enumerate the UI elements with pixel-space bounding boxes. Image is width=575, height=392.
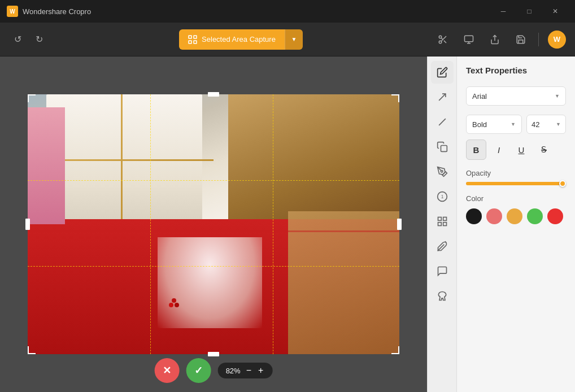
speech-bubble-icon	[437, 265, 448, 277]
color-swatch-red[interactable]	[547, 208, 563, 224]
tool-lasso[interactable]	[431, 285, 454, 307]
tool-line[interactable]	[431, 111, 454, 133]
tool-arrow[interactable]	[431, 86, 454, 108]
lasso-tool-icon	[437, 290, 448, 302]
tool-numbered[interactable]: 1	[431, 185, 454, 208]
svg-rect-3	[194, 41, 197, 43]
toolbar-left: ↺ ↻	[9, 31, 47, 48]
color-swatch-black[interactable]	[466, 208, 482, 224]
app-title: Wondershare Cropro	[23, 7, 91, 16]
scissors-icon	[438, 34, 448, 45]
svg-line-13	[439, 94, 446, 101]
color-label: Color	[466, 194, 566, 203]
format-strikethrough-button[interactable]: S̶	[534, 140, 554, 160]
svg-line-8	[441, 38, 443, 40]
confirm-button[interactable]: ✓	[186, 358, 211, 383]
svg-point-5	[439, 41, 442, 43]
copy-tool-icon	[437, 141, 448, 153]
color-picker-icon	[437, 241, 448, 252]
color-swatch-pink[interactable]	[486, 208, 502, 224]
toolbar-divider	[538, 33, 539, 46]
window-controls: ─ □ ✕	[490, 0, 568, 23]
svg-rect-22	[438, 223, 441, 226]
zoom-in-button[interactable]: +	[257, 366, 264, 375]
font-family-section: Arial ▼	[466, 86, 566, 106]
save-button[interactable]	[512, 31, 529, 48]
font-family-dropdown[interactable]: Arial ▼	[466, 86, 566, 106]
scissors-button[interactable]	[434, 31, 451, 48]
title-bar: W Wondershare Cropro ─ □ ✕	[0, 0, 575, 23]
maximize-button[interactable]: □	[516, 0, 542, 23]
zoom-control: 82% − +	[218, 363, 273, 378]
capture-button-main[interactable]: Selected Area Capture	[179, 35, 285, 44]
toolbar-right: W	[434, 31, 566, 49]
avatar[interactable]: W	[548, 31, 566, 49]
capture-dropdown-arrow[interactable]: ▼	[285, 29, 303, 50]
main-content: ✕ ✓ 82% − +	[0, 56, 575, 392]
svg-rect-21	[443, 223, 446, 226]
share-button[interactable]	[486, 31, 503, 48]
capture-button[interactable]: Selected Area Capture ▼	[179, 29, 303, 50]
format-italic-button[interactable]: I	[489, 140, 509, 160]
color-swatch-orange[interactable]	[507, 208, 522, 224]
opacity-section: Opacity	[466, 169, 566, 185]
tool-text[interactable]	[431, 61, 454, 84]
save-icon	[516, 34, 526, 45]
zoom-level: 82%	[226, 367, 241, 375]
font-size-dropdown[interactable]: 42 ▼	[526, 115, 566, 134]
font-family-chevron: ▼	[555, 93, 560, 99]
svg-line-23	[437, 245, 444, 251]
svg-point-4	[439, 36, 442, 38]
font-size-value: 42	[532, 120, 539, 129]
close-button[interactable]: ✕	[542, 0, 568, 23]
image-container	[28, 94, 399, 354]
capture-icon	[188, 35, 197, 44]
line-tool-icon	[437, 116, 448, 128]
format-buttons-row: B I U S̶	[466, 140, 566, 160]
redo-button[interactable]: ↻	[31, 31, 47, 48]
svg-rect-9	[465, 36, 473, 42]
mosaic-tool-icon	[437, 216, 448, 227]
color-section: Color	[466, 194, 566, 224]
font-style-dropdown[interactable]: Bold ▼	[466, 115, 522, 134]
tool-speech-bubble[interactable]	[431, 260, 454, 282]
right-panel: 1	[427, 56, 575, 392]
numbered-tool-icon: 1	[437, 191, 448, 202]
opacity-thumb[interactable]	[559, 180, 566, 187]
properties-panel: Text Properties Arial ▼ Bold ▼ 42 ▼	[457, 56, 575, 392]
svg-rect-0	[189, 36, 191, 38]
cancel-button[interactable]: ✕	[155, 358, 180, 383]
opacity-fill	[466, 182, 561, 185]
format-bold-button[interactable]: B	[466, 140, 486, 160]
color-swatch-green[interactable]	[527, 208, 543, 224]
tool-copy[interactable]	[431, 136, 454, 158]
gift-image	[28, 94, 399, 354]
svg-rect-2	[189, 41, 191, 43]
font-style-size-row: Bold ▼ 42 ▼	[466, 115, 566, 134]
tool-pencil[interactable]	[431, 160, 454, 183]
svg-rect-19	[438, 217, 441, 221]
opacity-slider[interactable]	[466, 182, 566, 185]
tool-mosaic[interactable]	[431, 210, 454, 233]
minimize-button[interactable]: ─	[490, 0, 516, 23]
font-size-chevron: ▼	[556, 121, 561, 127]
font-family-value: Arial	[472, 92, 487, 101]
bottom-controls: ✕ ✓ 82% − +	[155, 358, 273, 383]
title-bar-left: W Wondershare Cropro	[7, 6, 91, 17]
arrow-tool-icon	[437, 92, 448, 103]
toolbar: ↺ ↻ Selected Area Capture ▼	[0, 23, 575, 56]
undo-button[interactable]: ↺	[9, 31, 26, 48]
svg-line-14	[439, 119, 446, 125]
svg-rect-1	[194, 36, 197, 38]
format-underline-button[interactable]: U	[511, 140, 532, 160]
tool-color-picker[interactable]	[431, 235, 454, 258]
font-style-value: Bold	[472, 120, 487, 129]
svg-rect-15	[441, 146, 447, 152]
opacity-label: Opacity	[466, 169, 566, 177]
capture-button-label: Selected Area Capture	[202, 35, 276, 43]
tool-sidebar: 1	[428, 56, 457, 392]
monitor-icon	[464, 34, 474, 45]
svg-point-16	[441, 171, 442, 172]
monitor-button[interactable]	[460, 31, 477, 48]
zoom-out-button[interactable]: −	[245, 366, 252, 375]
